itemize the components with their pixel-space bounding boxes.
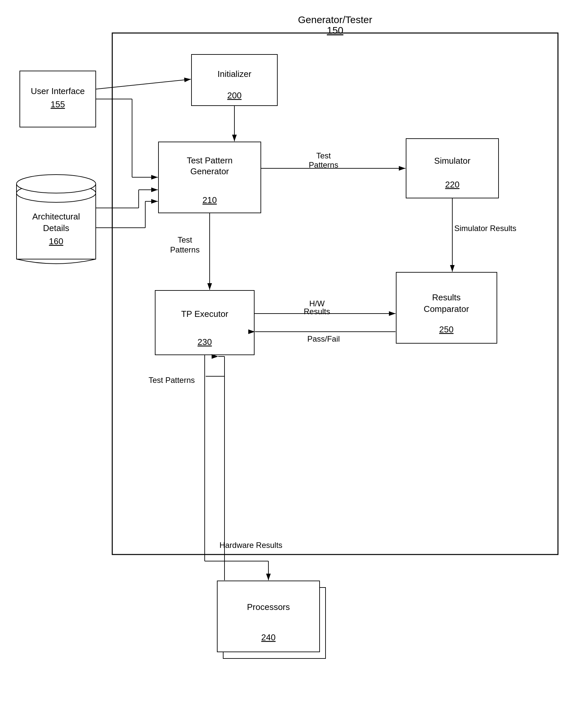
tpg-label1: Test Pattern: [187, 155, 233, 165]
ui-number: 155: [50, 100, 65, 109]
main-title-text: Generator/Tester: [298, 14, 372, 25]
tpe-box: [155, 290, 254, 355]
arch-label2: Details: [43, 223, 69, 233]
test-patterns-label-outside: Test Patterns: [149, 376, 195, 385]
init-number: 200: [227, 90, 241, 100]
tpg-number: 210: [202, 195, 217, 205]
proc-label: Processors: [247, 602, 290, 612]
initializer-box: [192, 54, 277, 106]
rc-label1: Results: [432, 292, 461, 302]
tpe-label: TP Executor: [181, 309, 229, 319]
arch-cylinder-body: [16, 193, 96, 259]
diagram-container: Generator/Tester 150 User Interface 155 …: [13, 13, 575, 693]
svg-rect-2: [112, 33, 558, 554]
tpg-box: [158, 142, 261, 213]
arch-cylinder-top2: [16, 174, 96, 193]
test-patterns-label-1: Test: [316, 151, 331, 160]
proc-number: 240: [261, 632, 275, 642]
init-label: Initializer: [218, 69, 251, 79]
user-interface-box: [20, 71, 96, 127]
rc-box: [396, 272, 497, 343]
ui-label: User Interface: [31, 86, 84, 96]
sim-results-label: Simulator Results: [454, 224, 516, 233]
main-title-number: 150: [327, 25, 343, 36]
rc-label2: Comparator: [424, 304, 469, 314]
rc-number: 250: [439, 324, 453, 335]
test-patterns-label-4: Patterns: [170, 245, 199, 254]
test-patterns-label-2: Patterns: [309, 160, 338, 169]
arch-cylinder-top: [16, 184, 96, 202]
arrow-ui-init: [96, 79, 191, 89]
proc-box-front: [217, 581, 320, 652]
arch-number: 160: [49, 236, 63, 246]
hw-results-label2: Results: [304, 307, 330, 316]
tpe-number: 230: [197, 337, 211, 347]
sim-label: Simulator: [434, 156, 470, 166]
arrows-svg: Generator/Tester 150 User Interface 155 …: [13, 13, 575, 693]
hardware-results-label: Hardware Results: [220, 541, 283, 550]
arch-label1: Architectural: [32, 211, 80, 222]
pass-fail-label: Pass/Fail: [307, 335, 340, 343]
test-patterns-label-3: Test: [178, 235, 192, 244]
arch-cylinder-bottom: [16, 259, 96, 264]
tpg-label2: Generator: [190, 166, 229, 176]
simulator-box: [406, 139, 499, 198]
sim-number: 220: [445, 180, 459, 190]
hw-results-label1: H/W: [309, 299, 325, 308]
proc-box-back: [223, 588, 325, 659]
